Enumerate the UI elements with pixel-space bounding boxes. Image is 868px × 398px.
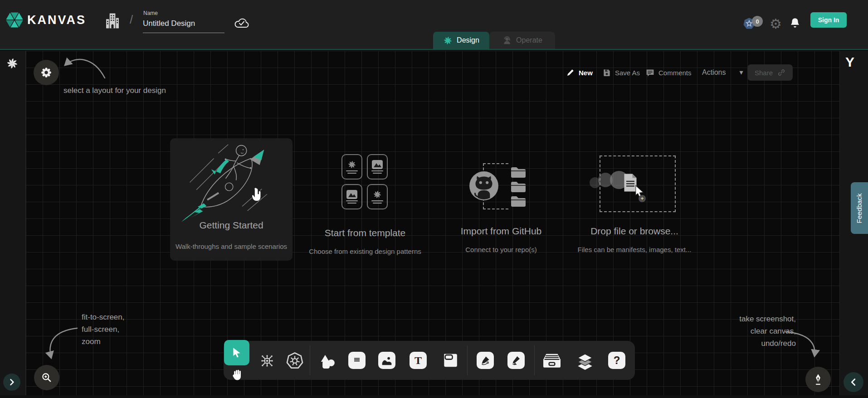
- card-title: Start from template: [302, 228, 429, 238]
- zoom-hint-text: fit-to-screen, full-screen, zoom: [82, 311, 124, 348]
- select-tool-button[interactable]: [224, 340, 249, 365]
- image-icon: [372, 160, 383, 169]
- actions-label: Actions: [702, 68, 726, 77]
- shapes-icon: [318, 353, 336, 371]
- card-import-github[interactable]: Import from GitHub Connect to your repo(…: [438, 150, 565, 258]
- kubernetes-tool-button[interactable]: [286, 352, 304, 370]
- design-spiral-icon: [443, 36, 453, 45]
- notifications-bell-icon[interactable]: [789, 17, 801, 30]
- tab-operate-label: Operate: [516, 36, 542, 44]
- designs-spiral-icon[interactable]: [6, 57, 19, 70]
- design-name-input[interactable]: [143, 19, 224, 33]
- image-icon: [346, 190, 357, 199]
- cursor-arrow-icon: [231, 347, 243, 359]
- breadcrumb-separator: /: [130, 13, 133, 27]
- note-tool-button[interactable]: [441, 352, 458, 369]
- text-tool-button[interactable]: T: [410, 352, 427, 369]
- expand-left-panel-button[interactable]: [3, 374, 20, 391]
- canvas-actions-hint-arrow: [783, 327, 821, 363]
- drawer-icon: [542, 352, 561, 369]
- operate-headset-icon: [502, 35, 512, 45]
- save-as-button[interactable]: Save As: [602, 68, 640, 77]
- app-header: KANVAS / Name: [0, 0, 868, 49]
- card-drop-file[interactable]: + Drop file or browse... Files can be ma…: [571, 150, 698, 258]
- comment-tool-button[interactable]: [348, 352, 366, 369]
- share-button[interactable]: Share: [747, 64, 793, 81]
- circuit-icon: [259, 353, 275, 369]
- comment-icon: [348, 352, 366, 369]
- pen-path-tool-button[interactable]: [477, 352, 494, 369]
- left-rail: [0, 51, 26, 398]
- actions-dropdown[interactable]: Actions ▾: [702, 68, 743, 77]
- card-title: Import from GitHub: [438, 226, 565, 237]
- hand-icon: [231, 368, 243, 380]
- template-tile: [341, 154, 362, 180]
- zoom-controls-button[interactable]: [34, 365, 59, 390]
- share-label: Share: [755, 69, 773, 77]
- tab-design[interactable]: Design: [433, 32, 489, 49]
- sign-in-button[interactable]: Sign In: [810, 12, 847, 28]
- tab-design-label: Design: [457, 36, 479, 44]
- select-layout-button[interactable]: [34, 60, 59, 85]
- new-design-button[interactable]: New: [566, 68, 593, 77]
- spiral-icon: [373, 190, 382, 199]
- layout-flower-icon: [40, 67, 52, 78]
- chevron-right-icon: [7, 378, 16, 387]
- hand-pointer-cursor: [251, 187, 264, 203]
- sketch-tool-button[interactable]: [507, 352, 525, 369]
- template-thumbnails: [341, 154, 388, 209]
- card-title: Getting Started: [170, 220, 293, 231]
- card-title: Drop file or browse...: [571, 226, 698, 237]
- tab-operate[interactable]: Operate: [489, 32, 555, 49]
- pencil-icon: [566, 68, 575, 77]
- shapes-tool-button[interactable]: [317, 352, 337, 372]
- cloud-saved-icon: [234, 17, 249, 29]
- k8s-context-count-badge[interactable]: 0: [752, 16, 763, 27]
- layers-tool-button[interactable]: [575, 352, 595, 371]
- comments-icon: [645, 68, 655, 78]
- save-floppy-icon: [602, 68, 611, 77]
- template-tile: [367, 154, 388, 180]
- design-name-label: Name: [143, 10, 158, 16]
- card-subtitle: Files can be manifests, images, text...: [571, 246, 698, 253]
- rocket-doodle: [176, 141, 287, 222]
- layers-icon: [575, 352, 595, 371]
- card-start-from-template[interactable]: Start from template Choose from existing…: [302, 150, 429, 258]
- new-label: New: [579, 69, 593, 77]
- kanvas-logo-icon[interactable]: [5, 10, 24, 29]
- organization-icon[interactable]: [105, 12, 120, 29]
- image-icon: [378, 352, 395, 369]
- help-tool-button[interactable]: ?: [608, 352, 625, 369]
- card-subtitle: Walk-throughs and sample scenarios: [170, 243, 293, 250]
- canvas-actions-button[interactable]: [805, 367, 831, 392]
- kubernetes-wheel-icon: [286, 352, 303, 369]
- template-tile: [341, 184, 362, 209]
- text-icon: T: [410, 352, 427, 369]
- save-as-label: Save As: [615, 69, 640, 77]
- brand-wordmark: KANVAS: [27, 13, 86, 27]
- caret-down-icon: ▾: [739, 68, 743, 77]
- comments-label: Comments: [658, 69, 692, 77]
- repo-folder-icon: [510, 181, 527, 193]
- settings-gear-icon[interactable]: ⚙: [770, 17, 782, 31]
- image-tool-button[interactable]: [378, 352, 395, 369]
- collapse-right-panel-button[interactable]: [844, 372, 863, 392]
- share-link-icon: [777, 68, 785, 77]
- repo-folder-icon: [510, 166, 527, 178]
- card-subtitle: Choose from existing design patterns: [302, 248, 429, 255]
- layout-hint-text: select a layout for your design: [63, 84, 166, 97]
- pan-tool-button[interactable]: [229, 366, 245, 382]
- component-tool-button[interactable]: [258, 352, 276, 370]
- pencil-sketch-icon: [507, 352, 525, 369]
- template-tile: [367, 184, 388, 209]
- comments-button[interactable]: Comments: [645, 68, 692, 78]
- magnifier-plus-icon: [41, 372, 53, 383]
- card-getting-started[interactable]: Getting Started Walk-throughs and sample…: [170, 138, 293, 261]
- plus-badge: +: [639, 195, 646, 202]
- chevron-left-icon: [848, 377, 858, 387]
- partner-logo-y[interactable]: Y: [845, 54, 854, 70]
- feedback-tab[interactable]: Feedback: [851, 182, 868, 234]
- pen-nib-icon: [812, 373, 824, 386]
- archive-tool-button[interactable]: [542, 352, 561, 369]
- spiral-icon: [347, 160, 356, 169]
